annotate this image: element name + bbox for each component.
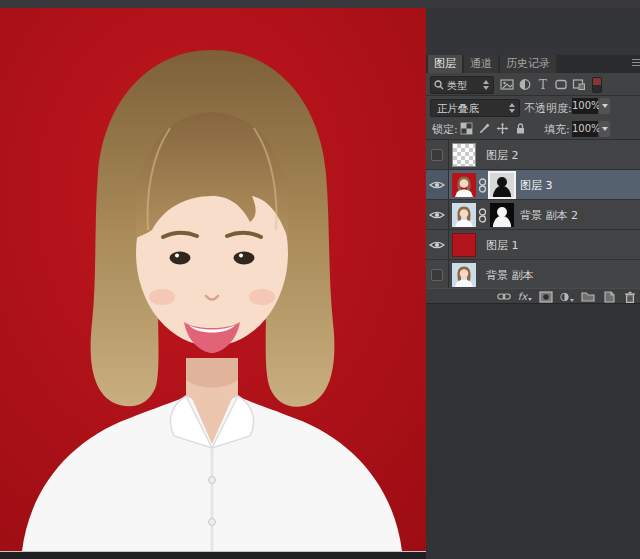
- blend-mode-row: 正片叠底 不透明度: 100%: [426, 96, 640, 119]
- trash-icon: [624, 291, 636, 303]
- lock-label: 锁定:: [432, 122, 458, 137]
- fill-field[interactable]: 100%: [572, 121, 610, 137]
- add-layer-mask-icon: [539, 291, 553, 303]
- link-layers-button[interactable]: [497, 291, 511, 303]
- visibility-toggle[interactable]: [426, 230, 449, 259]
- layer-row-bg-copy2[interactable]: 背景 副本 2: [426, 200, 640, 230]
- new-layer-icon: [603, 291, 615, 303]
- visibility-toggle[interactable]: [426, 260, 449, 289]
- layer-thumbnail-portrait-light[interactable]: [452, 203, 476, 227]
- blend-mode-value: 正片叠底: [437, 101, 479, 116]
- layer-thumbnail-portrait-red[interactable]: [452, 173, 476, 197]
- shape-layer-filter-icon[interactable]: [554, 78, 568, 91]
- fill-value[interactable]: 100%: [572, 121, 598, 137]
- chevron-down-icon: [602, 127, 608, 131]
- layer-filter-row: 类型 T: [426, 73, 640, 96]
- lock-transparency-icon[interactable]: [460, 122, 473, 135]
- layer-name: 背景 副本: [486, 268, 534, 283]
- filter-kind-label: 类型: [447, 78, 467, 93]
- opacity-label: 不透明度:: [524, 101, 572, 116]
- document-canvas[interactable]: [0, 8, 426, 551]
- blend-mode-select[interactable]: 正片叠底: [430, 99, 520, 117]
- eye-icon: [429, 180, 445, 190]
- link-icon[interactable]: [478, 208, 487, 223]
- layer-thumbnail-portrait-light[interactable]: [452, 263, 476, 287]
- panel-tab-bar: 图层通道历史记录: [426, 55, 640, 73]
- window-top-strip: [0, 0, 640, 8]
- chevron-down-icon: [528, 298, 532, 301]
- layer-mask-thumbnail[interactable]: [490, 203, 514, 227]
- search-icon: [434, 80, 444, 90]
- eye-icon: [429, 240, 445, 250]
- tab-channels[interactable]: 通道: [464, 55, 498, 73]
- tab-history[interactable]: 历史记录: [500, 55, 556, 73]
- layer-name: 图层 2: [486, 148, 519, 163]
- layer-style-button[interactable]: fx: [518, 291, 532, 303]
- portrait-photo: [0, 8, 426, 551]
- layer-row-layer3[interactable]: 图层 3: [426, 170, 640, 200]
- new-adjustment-layer-button[interactable]: [560, 291, 574, 303]
- link-layers-icon: [497, 292, 511, 301]
- layer-row-layer2[interactable]: 图层 2: [426, 140, 640, 170]
- lock-pixels-brush-icon[interactable]: [478, 122, 491, 135]
- eye-icon: [429, 210, 445, 220]
- layers-panel: 图层通道历史记录 类型 T 正片叠底 不透明度: 100% 锁定:: [426, 8, 640, 559]
- chevron-updown-icon: [483, 80, 490, 90]
- fill-dropdown-button[interactable]: [599, 121, 610, 137]
- panel-empty-area: [426, 304, 640, 559]
- opacity-dropdown-button[interactable]: [599, 98, 610, 114]
- tab-layers[interactable]: 图层: [428, 55, 462, 73]
- folder-icon: [581, 291, 595, 302]
- smart-object-filter-icon[interactable]: [572, 78, 586, 91]
- pixel-layer-filter-icon[interactable]: [500, 78, 514, 91]
- filter-kind-select[interactable]: 类型: [430, 76, 494, 94]
- filtering-toggle[interactable]: [592, 77, 602, 93]
- workspace-below-canvas: [0, 552, 426, 559]
- svg-text:T: T: [539, 78, 547, 91]
- add-layer-mask-button[interactable]: [539, 291, 553, 303]
- layer-name: 图层 1: [486, 238, 519, 253]
- new-group-button[interactable]: [581, 291, 595, 303]
- layers-panel-footer: fx: [426, 288, 640, 304]
- chevron-updown-icon: [509, 103, 516, 113]
- lock-row: 锁定: 填充: 100%: [426, 119, 640, 140]
- lock-position-move-icon[interactable]: [496, 122, 509, 135]
- layer-row-layer1[interactable]: 图层 1: [426, 230, 640, 260]
- visibility-off-box: [431, 149, 443, 161]
- adjustment-layer-filter-icon[interactable]: [518, 78, 532, 91]
- chevron-down-icon: [602, 104, 608, 108]
- layer-name: 图层 3: [520, 178, 553, 193]
- panel-menu-icon[interactable]: [632, 59, 640, 67]
- visibility-toggle[interactable]: [426, 200, 449, 229]
- type-layer-filter-icon[interactable]: T: [536, 78, 550, 91]
- fill-label: 填充:: [544, 122, 570, 137]
- layer-mask-thumbnail-selected[interactable]: [488, 171, 516, 199]
- layer-row-bg-copy[interactable]: 背景 副本: [426, 260, 640, 290]
- delete-layer-button[interactable]: [623, 291, 637, 303]
- chevron-down-icon: [570, 299, 574, 302]
- layer-thumbnail-red[interactable]: [452, 233, 476, 257]
- visibility-toggle[interactable]: [426, 140, 449, 169]
- opacity-field[interactable]: 100%: [572, 98, 610, 114]
- layer-thumbnail-transparent[interactable]: [452, 143, 476, 167]
- link-icon[interactable]: [478, 178, 487, 193]
- new-layer-button[interactable]: [602, 291, 616, 303]
- fx-icon: fx: [518, 291, 527, 303]
- opacity-value[interactable]: 100%: [572, 98, 598, 114]
- lock-all-padlock-icon[interactable]: [514, 122, 527, 135]
- visibility-off-box: [431, 269, 443, 281]
- layer-name: 背景 副本 2: [520, 208, 578, 223]
- visibility-toggle[interactable]: [426, 170, 449, 199]
- new-adjustment-layer-icon: [560, 291, 569, 303]
